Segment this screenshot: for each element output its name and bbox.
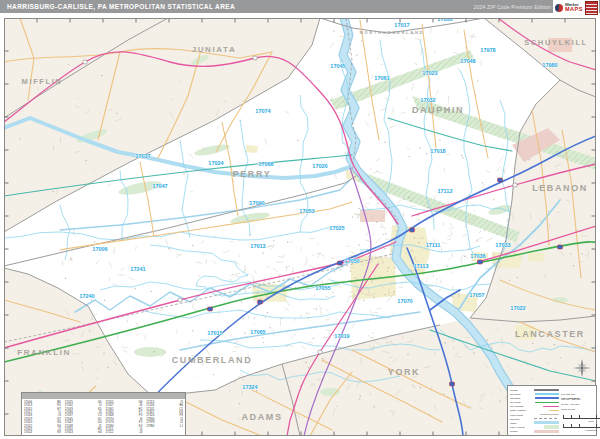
legend-line-items: CountyZIP CodeInterstateToll RoadUS High… bbox=[510, 388, 559, 433]
legend-swatch bbox=[534, 418, 559, 419]
scale-bar-kilometers: Kilometers bbox=[561, 421, 600, 430]
interstate-shield-icon bbox=[208, 307, 213, 311]
legend-label: Railroad bbox=[510, 417, 520, 420]
zip-index-entry: 17053G4 bbox=[65, 431, 102, 434]
zip-code-label: 17045 bbox=[330, 63, 345, 69]
interstate-shield-icon bbox=[498, 178, 503, 182]
legend-row: Water bbox=[510, 421, 559, 425]
zip-code-label: 17113 bbox=[414, 263, 429, 269]
zip-code-label: 17050 bbox=[344, 258, 359, 264]
legend-row: Park / Forest bbox=[510, 425, 559, 429]
county-label: ADAMS bbox=[242, 412, 283, 422]
legend-label: County bbox=[510, 389, 520, 392]
interstate-shield-icon bbox=[558, 245, 563, 249]
interstate-shield-icon bbox=[338, 261, 343, 265]
zip-code-label: 17090 bbox=[249, 200, 264, 206]
legend-label: Park / Forest bbox=[510, 426, 524, 429]
legend-row: County bbox=[510, 388, 559, 392]
zip-code-label: 17022 bbox=[510, 305, 525, 311]
legend-swatch bbox=[540, 414, 559, 415]
map-canvas: MIFFLINJUNIATANORTHUMBERLANDSCHUYLKILLPE… bbox=[0, 0, 600, 439]
zip-code-label: 17068 bbox=[258, 161, 273, 167]
county-label: LANCASTER bbox=[515, 329, 585, 339]
legend-swatch bbox=[535, 402, 559, 403]
interstate-shield-icon bbox=[450, 382, 455, 386]
legend-row: Railroad bbox=[510, 417, 559, 421]
zip-code-label: 17241 bbox=[130, 266, 145, 272]
us-route-shield-icon bbox=[83, 60, 87, 64]
interstate-shield-icon bbox=[258, 300, 263, 304]
legend-right-column: City Population over 250,000City100,000 … bbox=[561, 388, 600, 433]
us-route-shield-icon bbox=[178, 298, 182, 302]
legend-swatch bbox=[534, 421, 559, 424]
zip-index-entry: 17980L1 bbox=[146, 424, 183, 427]
interstate-shield-icon bbox=[410, 228, 415, 232]
county-label: SCHUYLKILL bbox=[524, 38, 588, 47]
page-title: HARRISBURG-CARLISLE, PA METROPOLITAN STA… bbox=[0, 3, 235, 10]
zip-code-label: 17018 bbox=[430, 148, 445, 154]
zip-index-entry: 17112J4 bbox=[106, 431, 143, 434]
zip-index-entry: 17024E3 bbox=[24, 431, 61, 434]
scale-bars: MilesKilometers bbox=[561, 411, 600, 429]
county-label: DAUPHIN bbox=[412, 105, 464, 115]
zip-index-grid: 17006B517013F517015E717017I117018I317019… bbox=[22, 399, 185, 439]
legend-row: Military bbox=[510, 429, 559, 433]
legend-row: State Highway bbox=[510, 409, 559, 413]
legend-label: ZIP Code bbox=[510, 393, 521, 396]
zip-code-label: 17053 bbox=[299, 208, 314, 214]
legend-row: Interstate bbox=[510, 396, 559, 400]
zip-code-label: 17111 bbox=[426, 242, 441, 248]
legend-label: Toll Road bbox=[510, 401, 521, 404]
zip-code-label: 17070 bbox=[397, 298, 412, 304]
logo-word-maps: MAPS bbox=[565, 7, 583, 13]
county-label: YORK bbox=[388, 367, 420, 377]
zip-code-label: 17978 bbox=[480, 47, 495, 53]
zip-code-label: 17065 bbox=[250, 329, 265, 335]
logo-globe-icon bbox=[555, 4, 563, 12]
zip-code-label: 17980 bbox=[542, 62, 557, 68]
legend-row: ZIP Code bbox=[510, 392, 559, 396]
county-label: LEBANON bbox=[532, 183, 588, 193]
logo-badge bbox=[585, 1, 598, 15]
county-label: PERRY bbox=[233, 169, 272, 179]
zip-code-label: 17032 bbox=[420, 97, 435, 103]
county-label: FRANKLIN bbox=[17, 348, 71, 357]
marketmaps-logo: Market MAPS bbox=[553, 0, 599, 16]
legend-swatch bbox=[549, 410, 559, 411]
legend-row: Toll Road bbox=[510, 400, 559, 404]
legend-swatch bbox=[535, 397, 559, 398]
zip-code-label: 17112 bbox=[438, 188, 453, 194]
us-route-shield-icon bbox=[318, 350, 322, 354]
zip-code-label: 17048 bbox=[460, 58, 475, 64]
zip-code-label: 17074 bbox=[255, 108, 271, 114]
zip-code-label: 17036 bbox=[470, 253, 485, 259]
us-route-shield-icon bbox=[513, 183, 517, 187]
county-label: MIFFLIN bbox=[22, 77, 63, 86]
zip-code-label: 17055 bbox=[315, 285, 330, 291]
zip-code-label: 17057 bbox=[469, 292, 484, 298]
county-label: NORTHUMBERLAND bbox=[360, 30, 424, 35]
zip-code-label: 17013 bbox=[250, 243, 265, 249]
legend-label: Water bbox=[510, 422, 520, 425]
page: { "header": { "title": "HARRISBURG-CARLI… bbox=[0, 0, 600, 439]
legend-swatch bbox=[543, 406, 559, 407]
zip-code-label: 17033 bbox=[495, 242, 510, 248]
us-route-shield-icon bbox=[253, 56, 257, 60]
zip-code-label: 17240 bbox=[79, 293, 94, 299]
zip-code-label: 17324 bbox=[242, 384, 258, 390]
legend-panel: CountyZIP CodeInterstateToll RoadUS High… bbox=[507, 385, 597, 436]
zip-code-label: 17023 bbox=[422, 70, 437, 76]
legend-swatch bbox=[535, 393, 559, 395]
zip-code-label: 17006 bbox=[92, 246, 107, 252]
county-label: JUNIATA bbox=[192, 45, 237, 54]
legend-row: US Highway bbox=[510, 405, 559, 409]
zip-code-label: 17024 bbox=[208, 160, 224, 166]
zip-code-label: 17020 bbox=[312, 163, 327, 169]
legend-row: Local Road bbox=[510, 413, 559, 417]
legend-swatch bbox=[534, 430, 559, 433]
legend-label: US Highway bbox=[510, 405, 524, 408]
edition-label: 2024 ZIP Code Premium Edition bbox=[474, 4, 551, 10]
county-label: CUMBERLAND bbox=[172, 355, 253, 365]
zip-code-label: 17017 bbox=[394, 22, 409, 28]
interstate-shield-icon bbox=[478, 260, 483, 264]
